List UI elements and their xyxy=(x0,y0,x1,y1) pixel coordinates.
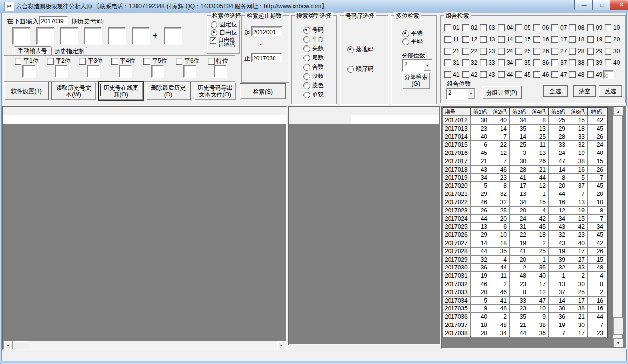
checkbox-number-38[interactable]: 38 xyxy=(569,59,584,66)
checkbox-number-42[interactable]: 42 xyxy=(462,71,477,78)
position-input-5[interactable] xyxy=(151,65,164,78)
checkbox-number-05[interactable]: 05 xyxy=(515,24,530,31)
radio-sequence-code[interactable]: 顺序码 xyxy=(347,65,373,73)
close-button[interactable]: ✕ xyxy=(610,0,628,10)
checkbox-number-06[interactable]: 06 xyxy=(533,24,549,31)
number-box-1[interactable] xyxy=(12,27,30,45)
table-row[interactable]: 20170251363145434234 xyxy=(443,223,607,231)
scroll-left-icon[interactable]: ◄ xyxy=(3,341,13,350)
online-update-button[interactable]: 历史号在线更新(O) xyxy=(98,82,143,100)
table-row[interactable]: 20170164512313241940 xyxy=(443,149,607,157)
number-box-4[interactable] xyxy=(84,27,102,45)
checkbox-free-special[interactable]: ✔ 自由位计特码 xyxy=(210,37,238,48)
checkbox-number-44[interactable]: 44 xyxy=(498,71,513,78)
checkbox-number-47[interactable]: 47 xyxy=(551,71,567,78)
number-box-3[interactable] xyxy=(60,27,78,45)
checkbox-number-17[interactable]: 17 xyxy=(551,36,567,43)
checkbox-number-40[interactable]: 40 xyxy=(605,59,620,66)
checkbox-平5位[interactable]: 平5位 xyxy=(143,57,167,65)
checkbox-number-30[interactable]: 30 xyxy=(605,48,620,55)
radio-尾数[interactable]: 尾数 xyxy=(303,54,324,62)
checkbox-number-35[interactable]: 35 xyxy=(515,59,530,66)
from-input[interactable] xyxy=(252,28,281,36)
radio-landing-code[interactable]: 落地码 xyxy=(347,45,373,54)
checkbox-number-49[interactable]: 49 xyxy=(587,71,602,78)
table-row[interactable]: 20170371848213819307 xyxy=(443,321,607,329)
table-row[interactable]: 2017032462231713308 xyxy=(443,280,607,288)
checkbox-number-11[interactable]: 11 xyxy=(444,36,459,43)
radio-段数[interactable]: 段数 xyxy=(303,72,324,80)
position-input-3[interactable] xyxy=(87,65,100,78)
checkbox-number-15[interactable]: 15 xyxy=(515,36,530,43)
v-scrollbar-thumb[interactable] xyxy=(613,317,623,335)
checkbox-number-01[interactable]: 01 xyxy=(444,24,459,31)
position-input-1[interactable] xyxy=(22,65,36,78)
checkbox-number-41[interactable]: 41 xyxy=(444,71,459,78)
position-input-2[interactable] xyxy=(55,65,68,78)
tab-manual-input[interactable]: 手动输入号 xyxy=(14,46,51,56)
delete-last-button[interactable]: 删除最后历史(D) xyxy=(146,82,191,100)
position-input-6[interactable] xyxy=(183,65,196,78)
checkbox-number-22[interactable]: 22 xyxy=(462,48,477,55)
checkbox-平1位[interactable]: 平1位 xyxy=(15,57,39,65)
radio-生肖[interactable]: 生肖 xyxy=(303,35,324,43)
table-row[interactable]: 201703119114840124 xyxy=(443,272,607,280)
radio-头数[interactable]: 头数 xyxy=(303,44,324,53)
table-row[interactable]: 2017029324201392715 xyxy=(443,256,607,264)
checkbox-平6位[interactable]: 平6位 xyxy=(176,57,199,65)
radio-波色[interactable]: 波色 xyxy=(303,81,324,90)
checkbox-number-09[interactable]: 09 xyxy=(587,24,602,31)
radio-pingma[interactable]: 平码 xyxy=(402,38,423,46)
v-scrollbar-track[interactable]: ▲ ▼ xyxy=(613,107,622,347)
checkbox-number-34[interactable]: 34 xyxy=(498,59,513,66)
tab-history-period[interactable]: 历史指定期 xyxy=(51,47,87,56)
table-row[interactable]: 20170144071425283326 xyxy=(443,133,607,141)
checkbox-number-31[interactable]: 31 xyxy=(444,59,459,66)
table-row[interactable]: 201702246323415161310 xyxy=(443,198,607,207)
group-calc-button[interactable]: 分组计算(P) xyxy=(482,86,522,99)
table-row[interactable]: 2017021293213144720 xyxy=(443,190,607,198)
checkbox-平2位[interactable]: 平2位 xyxy=(47,57,71,65)
scroll-right-icon[interactable]: ► xyxy=(277,341,286,350)
table-row[interactable]: 2017033204681237252 xyxy=(443,288,607,297)
checkbox-number-16[interactable]: 16 xyxy=(533,36,549,43)
table-row[interactable]: 20170172173026473815 xyxy=(443,157,607,166)
checkbox-number-18[interactable]: 18 xyxy=(569,36,584,43)
radio-free-position[interactable]: 自由位 xyxy=(211,28,237,37)
period-input[interactable] xyxy=(40,18,67,25)
checkbox-number-32[interactable]: 32 xyxy=(462,59,477,66)
checkbox-number-13[interactable]: 13 xyxy=(480,36,495,43)
checkbox-number-39[interactable]: 39 xyxy=(587,59,602,66)
checkbox-number-24[interactable]: 24 xyxy=(498,48,513,55)
checkbox-number-08[interactable]: 08 xyxy=(569,24,584,31)
part-digits-dropdown[interactable]: 2 ▼ xyxy=(402,59,432,72)
table-row[interactable]: 20170345413347141716 xyxy=(443,297,607,305)
radio-合数[interactable]: 合数 xyxy=(303,63,324,71)
radio-单双[interactable]: 单双 xyxy=(303,91,324,99)
number-box-6[interactable] xyxy=(132,27,150,45)
checkbox-number-07[interactable]: 07 xyxy=(551,24,567,31)
checkbox-number-10[interactable]: 10 xyxy=(605,24,620,31)
checkbox-number-03[interactable]: 03 xyxy=(480,24,495,31)
radio-号码[interactable]: 号码 xyxy=(303,26,324,34)
to-input[interactable] xyxy=(252,55,281,62)
position-input-4[interactable] xyxy=(119,65,132,78)
checkbox-number-33[interactable]: 33 xyxy=(480,59,495,66)
scroll-down-icon[interactable]: ▼ xyxy=(613,338,623,347)
checkbox-平4位[interactable]: 平4位 xyxy=(111,57,135,65)
maximize-button[interactable]: □ xyxy=(592,0,611,10)
checkbox-number-04[interactable]: 04 xyxy=(498,24,513,31)
table-row[interactable]: 20170156222511333224 xyxy=(443,141,607,149)
read-history-button[interactable]: 读取历史号文本(W) xyxy=(51,82,96,100)
checkbox-number-43[interactable]: 43 xyxy=(480,71,495,78)
checkbox-number-25[interactable]: 25 xyxy=(515,48,530,55)
checkbox-特位[interactable]: 特位 xyxy=(208,57,228,65)
checkbox-number-20[interactable]: 20 xyxy=(605,36,620,43)
checkbox-number-37[interactable]: 37 xyxy=(551,59,567,66)
checkbox-number-21[interactable]: 21 xyxy=(444,48,459,55)
select-all-button[interactable]: 全选 xyxy=(543,85,568,97)
settings-button[interactable]: 软件设置(T) xyxy=(4,82,49,100)
invert-button[interactable]: 反选 xyxy=(599,85,622,97)
table-row[interactable]: 20170382034443671723 xyxy=(443,329,607,338)
checkbox-number-45[interactable]: 45 xyxy=(515,71,530,78)
